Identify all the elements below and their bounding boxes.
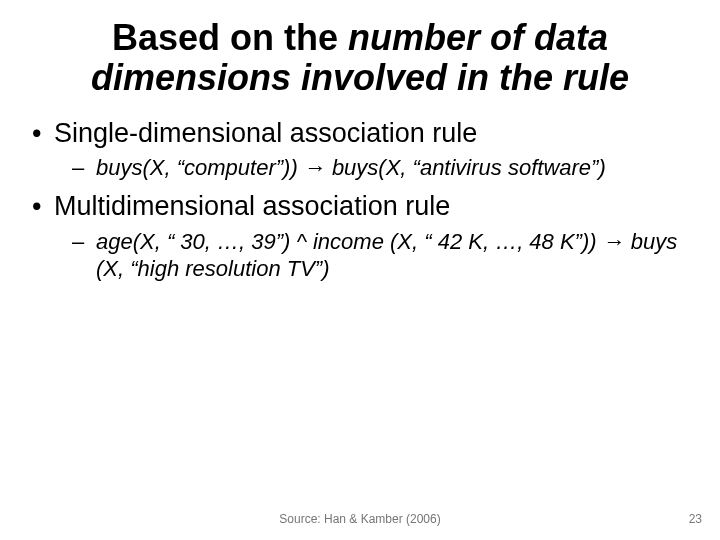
bullet-level1: Multidimensional association rule	[28, 190, 692, 224]
slide-body: Single-dimensional association rule buys…	[0, 107, 720, 283]
bullet-level2: age(X, “ 30, …, 39”) ^ income (X, “ 42 K…	[28, 228, 692, 283]
title-plain-1: Based on the	[112, 17, 348, 58]
bullet-level2: buys(X, “computer”)) → buys(X, “antiviru…	[28, 154, 692, 182]
bullet-subtext: buys(X, “computer”)) → buys(X, “antiviru…	[96, 155, 606, 180]
bullet-text: Single-dimensional association rule	[54, 118, 477, 148]
source-citation: Source: Han & Kamber (2006)	[0, 512, 720, 526]
bullet-text: Multidimensional association rule	[54, 191, 450, 221]
slide-title: Based on the number of data dimensions i…	[0, 0, 720, 107]
bullet-subtext: age(X, “ 30, …, 39”) ^ income (X, “ 42 K…	[96, 229, 677, 282]
slide: Based on the number of data dimensions i…	[0, 0, 720, 540]
bullet-level1: Single-dimensional association rule	[28, 117, 692, 151]
page-number: 23	[689, 512, 702, 526]
